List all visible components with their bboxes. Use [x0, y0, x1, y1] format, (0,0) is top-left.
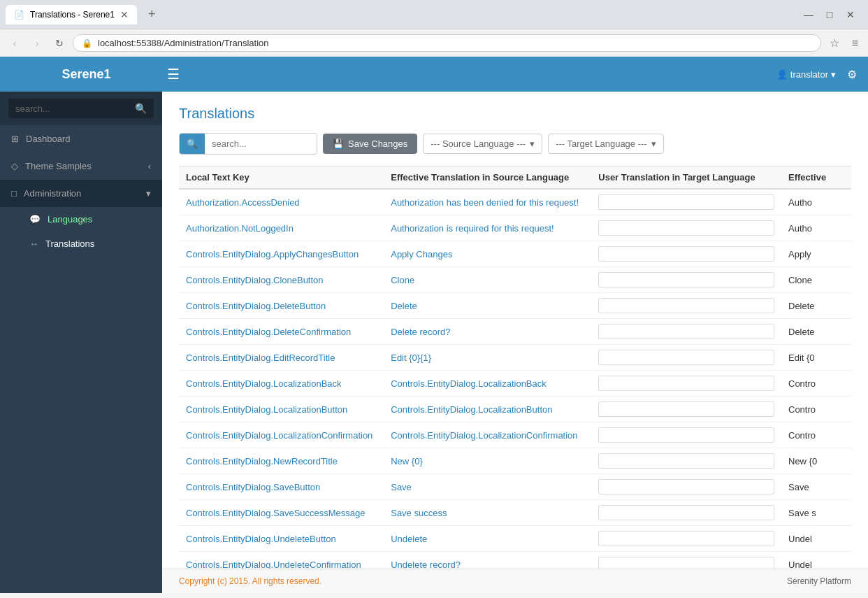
forward-button[interactable]: › — [28, 34, 46, 52]
user-translation-input[interactable] — [598, 246, 774, 262]
translations-table: Local Text Key Effective Translation in … — [179, 166, 851, 569]
sidebar: 🔍 ⊞ Dashboard ◇ Theme Samples ‹ □ Admini… — [0, 92, 162, 593]
cell-effective: Authorization has been denied for this r… — [384, 189, 591, 215]
target-language-dropdown[interactable]: --- Target Language --- ▾ — [548, 134, 664, 154]
sidebar-item-administration[interactable]: □ Administration ▾ — [0, 180, 162, 207]
user-translation-input[interactable] — [598, 453, 774, 469]
sidebar-search-inner: 🔍 — [8, 99, 154, 118]
administration-label: Administration — [24, 188, 139, 199]
reload-button[interactable]: ↻ — [50, 34, 68, 52]
dashboard-icon: ⊞ — [11, 134, 19, 144]
content-area: Translations 🔍 💾 Save Changes --- Source… — [162, 92, 868, 569]
save-icon: 💾 — [333, 138, 344, 149]
user-translation-input[interactable] — [598, 324, 774, 339]
user-dropdown-arrow: ▾ — [831, 69, 836, 80]
copyright-text: Copyright (c) 2015. — [179, 576, 250, 586]
cell-effective: Edit {0}{1} — [384, 345, 591, 371]
cell-effective: New {0} — [384, 448, 591, 474]
browser-titlebar: 📄 Translations - Serene1 ✕ + — □ ✕ — [0, 0, 868, 29]
cell-user-input[interactable] — [591, 448, 781, 474]
user-translation-input[interactable] — [598, 376, 774, 391]
save-changes-button[interactable]: 💾 Save Changes — [323, 134, 417, 154]
cell-user-input[interactable] — [591, 422, 781, 448]
table-row: Controls.EntityDialog.LocalizationButton… — [179, 397, 851, 422]
user-menu-button[interactable]: 👤 translator ▾ — [776, 69, 836, 80]
cell-effective2: Autho — [781, 215, 851, 241]
cell-user-input[interactable] — [591, 319, 781, 345]
user-translation-input[interactable] — [598, 194, 774, 210]
cell-user-input[interactable] — [591, 345, 781, 371]
user-translation-input[interactable] — [598, 298, 774, 313]
cell-user-input[interactable] — [591, 397, 781, 422]
menu-button[interactable]: ≡ — [848, 34, 862, 52]
sidebar-search-container: 🔍 — [0, 92, 162, 125]
cell-user-input[interactable] — [591, 526, 781, 552]
user-translation-input[interactable] — [598, 531, 774, 546]
table-row: Controls.EntityDialog.ApplyChangesButton… — [179, 241, 851, 267]
top-navbar: Serene1 ☰ 👤 translator ▾ ⚙ — [0, 57, 868, 92]
user-translation-input[interactable] — [598, 427, 774, 443]
cell-effective: Undelete — [384, 526, 591, 552]
back-button[interactable]: ‹ — [6, 34, 24, 52]
hamburger-button[interactable]: ☰ — [161, 60, 185, 88]
cell-user-input[interactable] — [591, 371, 781, 397]
table-row: Controls.EntityDialog.LocalizationBackCo… — [179, 371, 851, 397]
col-header-effective2: Effective — [781, 166, 851, 190]
sidebar-item-languages[interactable]: 💬 Languages — [0, 207, 162, 232]
user-translation-input[interactable] — [598, 272, 774, 287]
cell-key: Controls.EntityDialog.UndeleteButton — [179, 526, 384, 552]
user-translation-input[interactable] — [598, 479, 774, 494]
cell-user-input[interactable] — [591, 215, 781, 241]
browser-tab[interactable]: 📄 Translations - Serene1 ✕ — [6, 5, 137, 24]
cell-effective2: Edit {0 — [781, 345, 851, 371]
table-body: Authorization.AccessDeniedAuthorization … — [179, 189, 851, 569]
address-bar[interactable]: 🔒 — [73, 34, 821, 52]
cell-user-input[interactable] — [591, 189, 781, 215]
lock-icon: 🔒 — [82, 38, 92, 48]
cell-key: Controls.EntityDialog.SaveButton — [179, 474, 384, 500]
translations-icon: ↔ — [29, 239, 38, 249]
user-translation-input[interactable] — [598, 505, 774, 520]
bookmark-button[interactable]: ☆ — [825, 34, 844, 52]
footer-copyright: Copyright (c) 2015. All rights reserved. — [179, 576, 321, 586]
tab-close-button[interactable]: ✕ — [120, 9, 129, 20]
table-row: Controls.EntityDialog.DeleteConfirmation… — [179, 319, 851, 345]
cell-user-input[interactable] — [591, 552, 781, 569]
cell-user-input[interactable] — [591, 293, 781, 319]
tab-favicon: 📄 — [14, 10, 24, 20]
user-translation-input[interactable] — [598, 220, 774, 236]
sidebar-item-theme-samples[interactable]: ◇ Theme Samples ‹ — [0, 152, 162, 180]
cell-user-input[interactable] — [591, 474, 781, 500]
user-translation-input[interactable] — [598, 401, 774, 417]
cell-user-input[interactable] — [591, 267, 781, 293]
cell-user-input[interactable] — [591, 241, 781, 267]
cell-key: Controls.EntityDialog.ApplyChangesButton — [179, 241, 384, 267]
sidebar-item-translations[interactable]: ↔ Translations — [0, 232, 162, 256]
new-tab-button[interactable]: + — [143, 4, 161, 24]
cell-effective: Controls.EntityDialog.LocalizationConfir… — [384, 422, 591, 448]
translations-search-input[interactable] — [205, 134, 317, 153]
cell-effective2: Contro — [781, 422, 851, 448]
cell-key: Controls.EntityDialog.LocalizationConfir… — [179, 422, 384, 448]
minimize-button[interactable]: — — [800, 6, 818, 24]
sidebar-item-dashboard[interactable]: ⊞ Dashboard — [0, 125, 162, 152]
cell-effective: Controls.EntityDialog.LocalizationButton — [384, 397, 591, 422]
user-translation-input[interactable] — [598, 350, 774, 365]
source-language-dropdown[interactable]: --- Source Language --- ▾ — [423, 134, 542, 154]
maximize-button[interactable]: □ — [820, 6, 839, 24]
cell-user-input[interactable] — [591, 500, 781, 526]
save-button-label: Save Changes — [348, 138, 407, 149]
cell-effective2: Undel — [781, 526, 851, 552]
brand-logo: Serene1 — [11, 67, 161, 82]
share-button[interactable]: ⚙ — [847, 68, 857, 81]
cell-effective: Clone — [384, 267, 591, 293]
sidebar-search-input[interactable] — [15, 104, 135, 114]
user-icon: 👤 — [776, 69, 788, 80]
table-header-row: Local Text Key Effective Translation in … — [179, 166, 851, 190]
user-translation-input[interactable] — [598, 557, 774, 569]
address-input[interactable] — [98, 38, 812, 48]
close-window-button[interactable]: ✕ — [841, 6, 860, 24]
cell-key: Controls.EntityDialog.DeleteButton — [179, 293, 384, 319]
cell-effective: Save success — [384, 500, 591, 526]
table-row: Controls.EntityDialog.SaveButtonSaveSave — [179, 474, 851, 500]
